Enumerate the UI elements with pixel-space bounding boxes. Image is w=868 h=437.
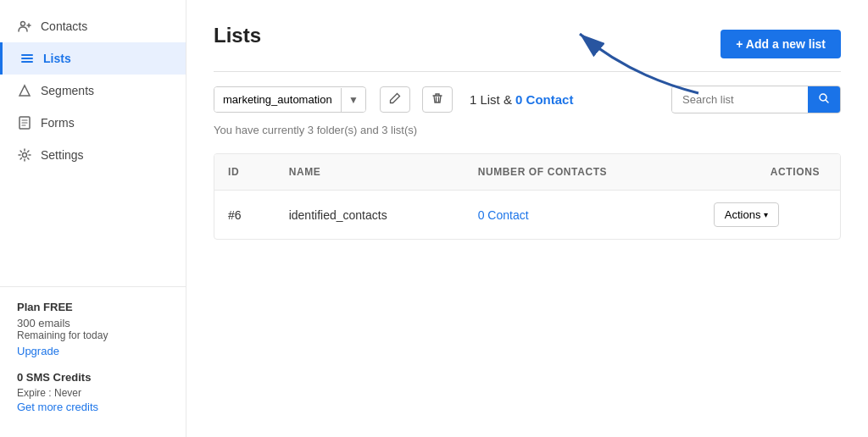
table-header-row: ID NAME NUMBER OF CONTACTS ACTIONS bbox=[214, 154, 840, 191]
svg-rect-1 bbox=[21, 54, 33, 56]
svg-rect-2 bbox=[21, 58, 33, 59]
svg-point-5 bbox=[23, 153, 27, 158]
cell-contacts[interactable]: 0 Contact bbox=[465, 191, 700, 240]
upgrade-link[interactable]: Upgrade bbox=[17, 345, 169, 357]
search-button[interactable] bbox=[808, 86, 840, 113]
folder-select-wrapper[interactable]: marketing_automation ▼ bbox=[214, 86, 366, 113]
plan-title: Plan FREE bbox=[17, 301, 169, 313]
svg-point-0 bbox=[21, 22, 25, 26]
col-id: ID bbox=[214, 154, 275, 191]
settings-label: Settings bbox=[41, 148, 84, 162]
sidebar-item-settings[interactable]: Settings bbox=[0, 139, 186, 171]
segments-label: Segments bbox=[41, 84, 94, 97]
sms-section: 0 SMS Credits Expire : Never Get more cr… bbox=[17, 371, 169, 413]
folder-select[interactable]: marketing_automation bbox=[214, 87, 341, 112]
toolbar: marketing_automation ▼ 1 List & 0 Contac… bbox=[214, 86, 841, 113]
contacts-icon bbox=[17, 19, 32, 34]
forms-icon bbox=[17, 115, 32, 130]
sms-expire: Expire : Never bbox=[17, 387, 169, 399]
folder-dropdown-arrow[interactable]: ▼ bbox=[341, 88, 365, 112]
lists-table-wrapper: ID NAME NUMBER OF CONTACTS ACTIONS #6 id… bbox=[214, 153, 841, 240]
table-row: #6 identified_contacts 0 Contact Actions… bbox=[214, 191, 840, 240]
svg-rect-3 bbox=[21, 61, 33, 63]
contacts-label: Contacts bbox=[41, 19, 87, 33]
add-new-list-button[interactable]: + Add a new list bbox=[721, 30, 841, 58]
sidebar-item-contacts[interactable]: Contacts bbox=[0, 10, 186, 42]
header-row: Lists + Add a new list bbox=[214, 24, 841, 64]
info-text: You have currently 3 folder(s) and 3 lis… bbox=[214, 124, 841, 136]
cell-name: identified_contacts bbox=[275, 191, 465, 240]
sidebar-bottom: Plan FREE 300 emails Remaining for today… bbox=[0, 286, 186, 427]
settings-icon bbox=[17, 147, 32, 163]
forms-label: Forms bbox=[41, 116, 75, 130]
plan-remaining: Remaining for today bbox=[17, 329, 169, 341]
sidebar: Contacts Lists Segments Forms bbox=[0, 0, 186, 437]
sidebar-item-segments[interactable]: Segments bbox=[0, 75, 186, 107]
sidebar-item-lists[interactable]: Lists bbox=[0, 42, 186, 75]
list-count: 1 List & 0 Contact bbox=[470, 92, 574, 107]
list-count-text: 1 List & bbox=[470, 92, 515, 107]
cell-id: #6 bbox=[214, 191, 275, 240]
search-input[interactable] bbox=[672, 87, 808, 112]
actions-caret: ▾ bbox=[764, 210, 768, 219]
search-wrapper bbox=[671, 86, 841, 113]
folder-delete-button[interactable] bbox=[422, 86, 453, 113]
plan-emails: 300 emails bbox=[17, 317, 169, 329]
main-content: Lists + Add a new list marketing_automat… bbox=[186, 0, 868, 437]
get-credits-link[interactable]: Get more credits bbox=[17, 401, 169, 413]
sms-title: 0 SMS Credits bbox=[17, 371, 169, 384]
segments-icon bbox=[17, 83, 32, 98]
col-actions: ACTIONS bbox=[700, 154, 840, 191]
actions-button[interactable]: Actions ▾ bbox=[714, 202, 780, 227]
col-name: NAME bbox=[275, 154, 465, 191]
cell-actions: Actions ▾ bbox=[700, 191, 840, 240]
contact-count: 0 Contact bbox=[515, 92, 573, 107]
folder-edit-button[interactable] bbox=[380, 86, 410, 113]
lists-table: ID NAME NUMBER OF CONTACTS ACTIONS #6 id… bbox=[214, 154, 840, 239]
lists-icon bbox=[19, 51, 35, 66]
page-title: Lists bbox=[214, 24, 261, 47]
sidebar-item-forms[interactable]: Forms bbox=[0, 107, 186, 139]
col-contacts: NUMBER OF CONTACTS bbox=[465, 154, 700, 191]
lists-label: Lists bbox=[43, 52, 71, 65]
